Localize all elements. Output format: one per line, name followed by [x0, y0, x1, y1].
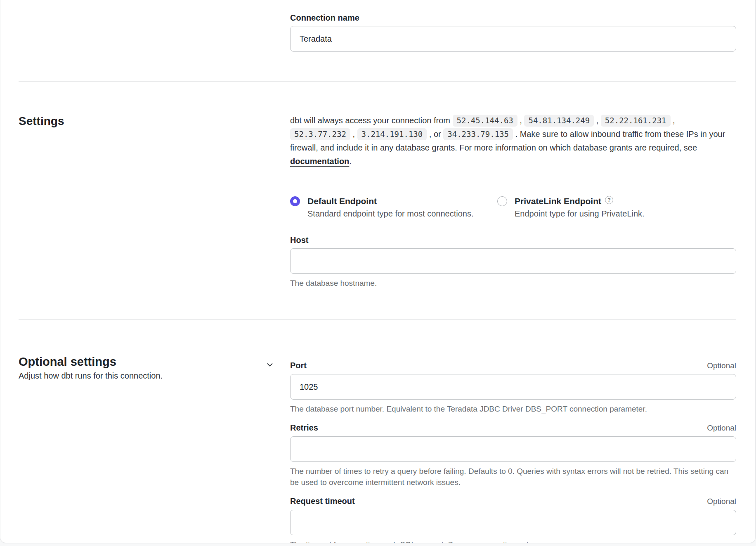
optional-badge: Optional — [707, 496, 736, 507]
section-optional-settings: Optional settings Adjust how dbt runs fo… — [0, 320, 755, 543]
optional-field-request-timeout: Request timeout Optional The timeout for… — [290, 496, 736, 543]
radio-description: Standard endpoint type for most connecti… — [307, 208, 473, 219]
radio-label: PrivateLink Endpoint — [515, 195, 601, 207]
optional-field-retries: Retries Optional The number of times to … — [290, 422, 736, 488]
optional-field-port: Port Optional The database port number. … — [290, 360, 736, 414]
host-field: Host The database hostname. — [290, 235, 736, 289]
ip-address-chip: 54.81.134.249 — [524, 115, 594, 127]
section-settings: Settings dbt will always access your con… — [0, 82, 755, 319]
optional-badge: Optional — [707, 360, 736, 371]
field-helper: The database port number. Equivalent to … — [290, 403, 736, 414]
optional-fields: Port Optional The database port number. … — [290, 360, 736, 543]
radio-description: Endpoint type for using PrivateLink. — [515, 208, 645, 219]
field-helper: The number of times to retry a query bef… — [290, 466, 736, 488]
field-label: Port — [290, 360, 307, 371]
connection-name-left-spacer — [19, 12, 290, 52]
radio-icon[interactable] — [497, 196, 507, 206]
collapse-optional-settings-button[interactable] — [265, 361, 274, 370]
ip-address-chip: 3.214.191.130 — [357, 128, 427, 140]
host-helper: The database hostname. — [290, 278, 736, 289]
retries-input[interactable] — [290, 436, 736, 462]
ip-address-chip: 52.22.161.231 — [601, 115, 671, 127]
optional-badge: Optional — [707, 423, 736, 433]
request-timeout-input[interactable] — [290, 510, 736, 535]
help-icon[interactable]: ? — [605, 196, 613, 204]
optional-settings-heading: Optional settings — [19, 354, 163, 369]
connection-name-label: Connection name — [290, 12, 736, 23]
host-label: Host — [290, 235, 736, 245]
ip-address-chip: 52.45.144.63 — [453, 115, 517, 127]
field-label: Request timeout — [290, 496, 355, 506]
section-connection-name: Connection name — [0, 0, 755, 81]
endpoint-option-privatelink-endpoint[interactable]: PrivateLink Endpoint ? Endpoint type for… — [497, 195, 645, 219]
documentation-link[interactable]: documentation — [290, 157, 349, 166]
field-helper: The timeout for executing each SQL reque… — [290, 539, 736, 543]
ip-address-chip: 52.3.77.232 — [290, 128, 350, 140]
ip-address-chip: 34.233.79.135 — [443, 128, 513, 140]
settings-heading: Settings — [19, 114, 290, 129]
radio-label: Default Endpoint — [307, 195, 377, 207]
ip-notice: dbt will always access your connection f… — [290, 114, 736, 168]
chevron-down-icon — [265, 360, 274, 371]
connection-settings-card: Connection name Settings dbt will always… — [0, 0, 756, 543]
endpoint-option-default-endpoint[interactable]: Default Endpoint Standard endpoint type … — [290, 195, 497, 219]
endpoint-options: Default Endpoint Standard endpoint type … — [290, 195, 736, 219]
optional-settings-subheading: Adjust how dbt runs for this connection. — [19, 370, 163, 381]
connection-name-field: Connection name — [290, 12, 736, 52]
radio-icon[interactable] — [290, 196, 300, 206]
connection-name-input[interactable] — [290, 26, 736, 52]
host-input[interactable] — [290, 248, 736, 274]
port-input[interactable] — [290, 374, 736, 400]
field-label: Retries — [290, 422, 318, 433]
